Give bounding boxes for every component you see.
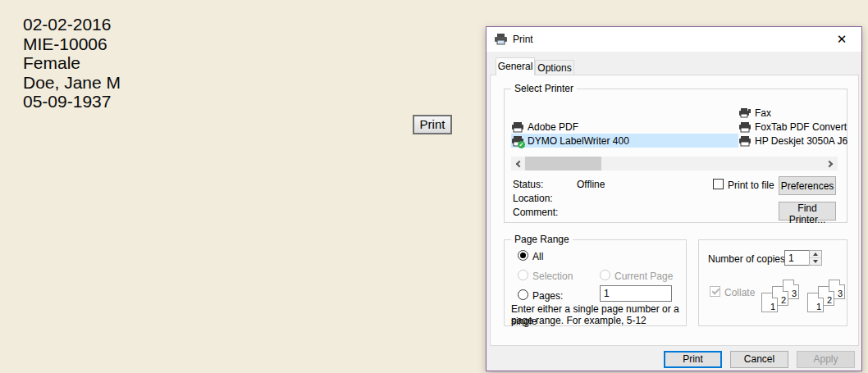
print-button[interactable]: Print xyxy=(664,351,722,368)
collate-pages-icon: 3 2 1 xyxy=(802,280,845,321)
close-icon[interactable]: ✕ xyxy=(825,27,858,52)
print-dialog: Print ✕ General Options Select Printer F… xyxy=(486,26,862,371)
printer-name: FoxTab PDF Convert xyxy=(755,121,847,133)
status-value: Offline xyxy=(577,179,605,190)
printer-item-fax[interactable]: Fax xyxy=(738,106,771,120)
radio-current-page-label: Current Page xyxy=(614,271,673,282)
select-printer-group: Select Printer Fax xyxy=(504,89,847,223)
printer-item-hp-deskjet[interactable]: HP Deskjet 3050A J6 xyxy=(738,134,847,148)
printer-icon xyxy=(494,33,508,48)
printer-name: DYMO LabelWriter 400 xyxy=(528,135,629,147)
printer-icon xyxy=(738,121,752,134)
scrollbar-thumb[interactable] xyxy=(525,157,601,171)
location-label: Location: xyxy=(513,193,553,204)
radio-current-page xyxy=(600,270,610,280)
print-to-file-label: Print to file xyxy=(728,180,774,191)
printer-name: HP Deskjet 3050A J6 xyxy=(755,135,847,147)
printer-icon: ✓ xyxy=(511,134,524,148)
patient-info-line: MIE-10006 xyxy=(23,34,121,54)
fax-icon xyxy=(738,107,752,120)
tab-page-general: Select Printer Fax xyxy=(490,75,859,346)
collate-checkbox xyxy=(710,286,720,297)
radio-pages-label[interactable]: Pages: xyxy=(532,290,563,302)
spinner-down-icon[interactable] xyxy=(810,258,821,266)
patient-info-line: 02-02-2016 xyxy=(23,15,121,34)
find-printer-button[interactable]: Find Printer... xyxy=(779,202,836,221)
patient-info-line: Female xyxy=(23,53,121,73)
printer-name: Fax xyxy=(755,107,771,119)
patient-info-line: 05-09-1937 xyxy=(23,92,121,111)
collate-pages-icon: 3 2 1 xyxy=(756,280,799,321)
radio-selection xyxy=(518,270,528,280)
pages-input[interactable] xyxy=(600,285,672,302)
status-label: Status: xyxy=(513,179,543,190)
page-range-hint-line2: page range. For example, 5-12 xyxy=(511,315,646,327)
radio-selection-label: Selection xyxy=(532,271,573,282)
radio-all-label[interactable]: All xyxy=(532,251,543,262)
printer-icon xyxy=(738,134,752,148)
patient-info-line: Doe, Jane M xyxy=(23,73,121,93)
radio-all[interactable] xyxy=(518,250,528,261)
preferences-button[interactable]: Preferences xyxy=(779,176,836,195)
dialog-title: Print xyxy=(513,34,533,45)
printer-list-horizontal-scrollbar[interactable] xyxy=(511,157,838,171)
copies-group: Number of copies: Collate 3 2 1 3 2 1 xyxy=(698,239,847,326)
chevron-right-icon[interactable] xyxy=(824,157,838,171)
patient-info-block: 02-02-2016 MIE-10006 Female Doe, Jane M … xyxy=(23,15,121,111)
printer-item-foxtab-pdf[interactable]: FoxTab PDF Convert xyxy=(738,120,847,134)
printer-icon xyxy=(511,121,524,134)
printer-name: Adobe PDF xyxy=(528,121,578,133)
page-range-label: Page Range xyxy=(511,234,573,245)
print-to-file-checkbox[interactable] xyxy=(713,179,724,189)
collate-label: Collate xyxy=(724,287,755,298)
page-range-group: Page Range All Selection Current Page Pa… xyxy=(504,239,687,326)
chevron-left-icon[interactable] xyxy=(511,157,525,171)
radio-pages[interactable] xyxy=(518,289,528,300)
number-of-copies-label: Number of copies: xyxy=(708,253,788,265)
default-printer-check-badge: ✓ xyxy=(518,141,525,148)
comment-label: Comment: xyxy=(513,207,558,218)
page-print-button[interactable]: Print xyxy=(413,115,452,134)
number-of-copies-input[interactable] xyxy=(784,250,810,266)
spinner-up-icon[interactable] xyxy=(810,251,821,258)
printer-item-dymo-labelwriter[interactable]: ✓ DYMO LabelWriter 400 xyxy=(511,134,738,148)
apply-button: Apply xyxy=(797,351,855,368)
tab-general[interactable]: General xyxy=(496,57,535,75)
tab-options[interactable]: Options xyxy=(535,60,574,75)
printer-item-adobe-pdf[interactable]: Adobe PDF xyxy=(511,120,578,134)
select-printer-label: Select Printer xyxy=(511,83,577,94)
dialog-titlebar[interactable]: Print ✕ xyxy=(487,27,861,52)
copies-spinner xyxy=(809,250,822,266)
cancel-button[interactable]: Cancel xyxy=(730,351,788,368)
